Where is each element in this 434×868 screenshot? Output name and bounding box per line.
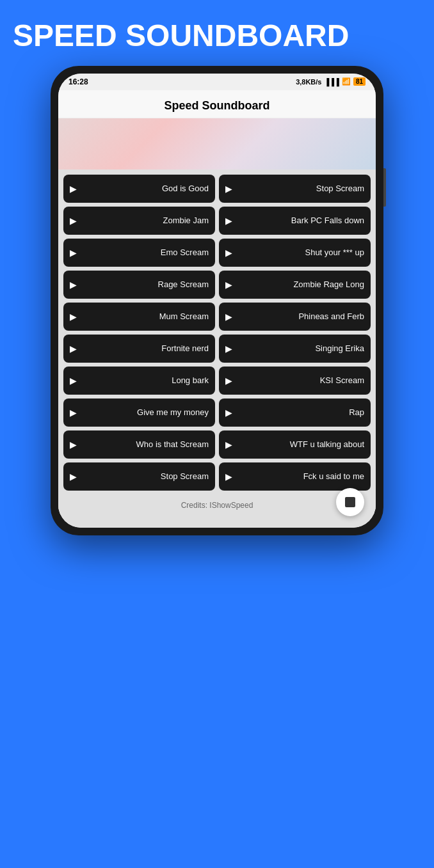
- play-icon: ▶: [225, 184, 232, 194]
- sound-label-singing-erika: Singing Erika: [237, 343, 364, 353]
- sound-button-mum-scream[interactable]: ▶Mum Scream: [63, 303, 215, 331]
- sound-button-zombie-rage-long[interactable]: ▶Zombie Rage Long: [219, 271, 371, 299]
- sound-button-stop-scream-2[interactable]: ▶Stop Scream: [63, 462, 215, 491]
- sound-grid: ▶God is Good▶Stop Scream▶Zombie Jam▶Bark…: [58, 170, 376, 496]
- sound-button-rage-scream[interactable]: ▶Rage Scream: [63, 271, 215, 299]
- sound-label-give-me-money: Give me my money: [82, 407, 209, 417]
- phone-mockup: 16:28 3,8KB/s ▐▐▐ 📶 81 Speed Soundboard …: [51, 66, 383, 535]
- stop-icon: [345, 497, 355, 507]
- sound-label-stop-scream-2: Stop Scream: [82, 471, 209, 481]
- sound-label-phineas-ferb: Phineas and Ferb: [237, 312, 364, 321]
- sound-label-bark-pc-falls: Bark PC Falls down: [237, 216, 364, 225]
- play-icon: ▶: [225, 312, 232, 322]
- sound-label-ksi-scream: KSI Scream: [237, 375, 364, 385]
- play-icon: ▶: [225, 407, 232, 418]
- sound-label-rap: Rap: [237, 407, 364, 417]
- status-right: 3,8KB/s ▐▐▐ 📶 81: [296, 77, 366, 86]
- sound-label-stop-scream-1: Stop Scream: [237, 184, 364, 193]
- sound-label-zombie-jam: Zombie Jam: [82, 216, 209, 225]
- sound-label-rage-scream: Rage Scream: [82, 280, 209, 289]
- sound-button-wtf-talking[interactable]: ▶WTF u talking about: [219, 430, 371, 459]
- sound-label-long-bark: Long bark: [82, 375, 209, 385]
- hero-image: [58, 118, 376, 170]
- sound-label-wtf-talking: WTF u talking about: [237, 439, 364, 449]
- status-time: 16:28: [68, 77, 88, 86]
- play-icon: ▶: [70, 375, 77, 386]
- play-icon: ▶: [225, 280, 232, 290]
- sound-button-bark-pc-falls[interactable]: ▶Bark PC Falls down: [219, 207, 371, 235]
- play-icon: ▶: [225, 439, 232, 450]
- play-icon: ▶: [70, 471, 77, 482]
- sound-label-fortnite-nerd: Fortnite nerd: [82, 343, 209, 353]
- wifi-icon: 📶: [342, 77, 351, 86]
- play-icon: ▶: [70, 248, 77, 258]
- sound-button-god-is-good[interactable]: ▶God is Good: [63, 175, 215, 203]
- sound-button-zombie-jam[interactable]: ▶Zombie Jam: [63, 207, 215, 235]
- sound-button-rap[interactable]: ▶Rap: [219, 398, 371, 427]
- sound-button-fortnite-nerd[interactable]: ▶Fortnite nerd: [63, 335, 215, 363]
- battery-indicator: 81: [353, 77, 366, 86]
- signal-icon: ▐▐▐: [324, 78, 339, 86]
- sound-label-fck-u-said: Fck u said to me: [237, 471, 364, 481]
- sound-button-ksi-scream[interactable]: ▶KSI Scream: [219, 367, 371, 395]
- sound-button-long-bark[interactable]: ▶Long bark: [63, 367, 215, 395]
- sound-button-give-me-money[interactable]: ▶Give me my money: [63, 398, 215, 427]
- play-icon: ▶: [70, 439, 77, 450]
- sound-button-emo-scream[interactable]: ▶Emo Scream: [63, 239, 215, 267]
- play-icon: ▶: [70, 312, 77, 322]
- sound-button-fck-u-said[interactable]: ▶Fck u said to me: [219, 462, 371, 491]
- sound-button-singing-erika[interactable]: ▶Singing Erika: [219, 335, 371, 363]
- app-header: Speed Soundboard: [58, 90, 376, 118]
- sound-button-shut-up[interactable]: ▶Shut your *** up: [219, 239, 371, 267]
- play-icon: ▶: [225, 343, 232, 354]
- sound-label-mum-scream: Mum Scream: [82, 312, 209, 321]
- sound-label-god-is-good: God is Good: [82, 184, 209, 193]
- play-icon: ▶: [225, 471, 232, 482]
- phone-screen: 16:28 3,8KB/s ▐▐▐ 📶 81 Speed Soundboard …: [58, 74, 376, 528]
- network-speed: 3,8KB/s: [296, 78, 321, 86]
- status-bar: 16:28 3,8KB/s ▐▐▐ 📶 81: [58, 74, 376, 90]
- play-icon: ▶: [225, 375, 232, 386]
- sound-label-shut-up: Shut your *** up: [237, 248, 364, 257]
- sound-button-stop-scream-1[interactable]: ▶Stop Scream: [219, 175, 371, 203]
- sound-button-who-is-that-scream[interactable]: ▶Who is that Scream: [63, 430, 215, 459]
- page-title: SPEED SOUNDBOARD: [0, 0, 362, 66]
- play-icon: ▶: [70, 343, 77, 354]
- side-button: [383, 168, 386, 207]
- play-icon: ▶: [70, 216, 77, 226]
- play-icon: ▶: [225, 216, 232, 226]
- play-icon: ▶: [70, 280, 77, 290]
- sound-label-zombie-rage-long: Zombie Rage Long: [237, 280, 364, 289]
- play-icon: ▶: [225, 248, 232, 258]
- play-icon: ▶: [70, 184, 77, 194]
- play-icon: ▶: [70, 407, 77, 418]
- credits: Credits: IShowSpeed: [58, 496, 376, 515]
- sound-button-phineas-ferb[interactable]: ▶Phineas and Ferb: [219, 303, 371, 331]
- sound-label-who-is-that-scream: Who is that Scream: [82, 439, 209, 449]
- stop-fab-button[interactable]: [336, 488, 364, 516]
- sound-label-emo-scream: Emo Scream: [82, 248, 209, 257]
- app-title: Speed Soundboard: [164, 99, 269, 112]
